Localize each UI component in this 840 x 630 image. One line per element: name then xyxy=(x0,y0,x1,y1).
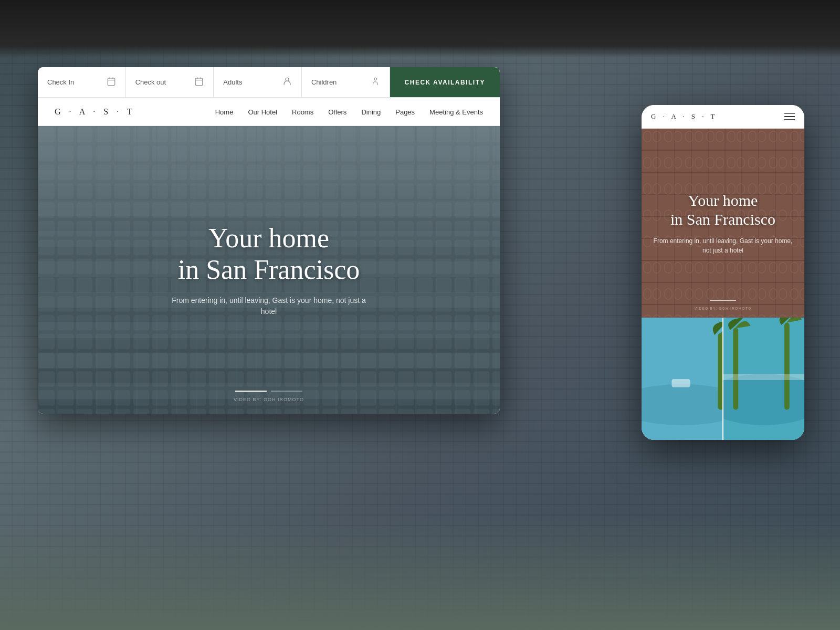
svg-rect-0 xyxy=(108,78,115,86)
mobile-hero-subtitle: From entering in, until leaving, Gast is… xyxy=(652,236,794,255)
svg-rect-19 xyxy=(672,379,690,387)
mobile-hero-title: Your home in San Francisco xyxy=(652,191,794,229)
svg-point-9 xyxy=(374,78,376,80)
nav-item-offers[interactable]: Offers xyxy=(328,107,346,117)
nav-item-pages[interactable]: Pages xyxy=(395,107,415,117)
gallery-thumb-1[interactable] xyxy=(642,318,723,440)
check-in-label: Check In xyxy=(47,78,74,86)
adults-field[interactable]: Adults xyxy=(214,67,302,97)
bottom-strip xyxy=(0,514,840,630)
progress-bar-active xyxy=(235,391,267,392)
calendar-icon xyxy=(107,77,116,88)
svg-rect-23 xyxy=(784,323,790,410)
nav-item-dining[interactable]: Dining xyxy=(361,107,381,117)
check-out-label: Check out xyxy=(135,78,166,86)
desktop-hero-content: Your home in San Francisco From entering… xyxy=(153,212,384,328)
adults-label: Adults xyxy=(223,78,242,86)
children-label: Children xyxy=(311,78,337,86)
desktop-nav: G · A · S · T Home Our Hotel Rooms Offer… xyxy=(38,98,500,126)
nav-item-home[interactable]: Home xyxy=(215,107,234,117)
desktop-logo: G · A · S · T xyxy=(55,107,135,117)
mobile-progress-bar xyxy=(710,300,736,301)
svg-rect-22 xyxy=(733,328,739,410)
booking-bar: Check In Check out Adults xyxy=(38,67,500,98)
mobile-hero-content: Your home in San Francisco From entering… xyxy=(642,181,804,266)
svg-point-8 xyxy=(286,78,289,81)
check-availability-button[interactable]: CHECK AVAILABILITY xyxy=(390,67,500,97)
children-field[interactable]: Children xyxy=(302,67,390,97)
svg-point-16 xyxy=(642,384,722,425)
mobile-nav: G · A · S · T xyxy=(642,105,804,129)
desktop-hero-subtitle: From entering in, until leaving, Gast is… xyxy=(164,295,374,317)
desktop-hero: Your home in San Francisco From entering… xyxy=(38,126,500,414)
nav-item-meeting[interactable]: Meeting & Events xyxy=(429,107,483,117)
mobile-video-credit: VIDEO BY: GOH IROMOTO xyxy=(695,307,752,310)
svg-rect-24 xyxy=(723,374,804,380)
check-out-field[interactable]: Check out xyxy=(126,67,214,97)
adults-icon xyxy=(282,77,292,88)
children-icon xyxy=(371,77,380,88)
nav-item-our-hotel[interactable]: Our Hotel xyxy=(248,107,277,117)
mobile-gallery xyxy=(642,318,804,440)
mobile-logo: G · A · S · T xyxy=(651,112,718,121)
monitor-bezel xyxy=(0,0,840,58)
nav-links-list: Home Our Hotel Rooms Offers Dining Pages… xyxy=(215,107,483,117)
mobile-hero: Your home in San Francisco From entering… xyxy=(642,129,804,318)
gallery-thumb-2[interactable] xyxy=(723,318,804,440)
hamburger-icon[interactable] xyxy=(784,113,795,120)
desktop-browser-window: Check In Check out Adults xyxy=(38,67,500,414)
svg-rect-18 xyxy=(718,333,722,410)
desktop-hero-title: Your home in San Francisco xyxy=(164,223,374,286)
progress-bar-inactive xyxy=(271,391,302,392)
desktop-progress-indicator xyxy=(235,391,302,392)
mobile-progress-indicator xyxy=(710,300,736,301)
check-in-field[interactable]: Check In xyxy=(38,67,126,97)
calendar-out-icon xyxy=(194,77,204,88)
desktop-video-credit: VIDEO BY: GOH IROMOTO xyxy=(234,397,304,402)
mobile-phone-device: G · A · S · T Your home in San Francisco xyxy=(642,105,804,440)
svg-rect-4 xyxy=(196,78,203,86)
nav-item-rooms[interactable]: Rooms xyxy=(292,107,313,117)
